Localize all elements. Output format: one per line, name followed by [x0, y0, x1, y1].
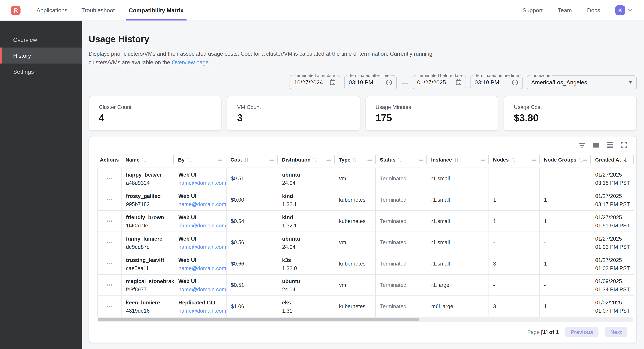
chevron-down-icon[interactable]	[627, 7, 633, 13]
instance-value: r1.large	[431, 282, 489, 288]
filter-icon[interactable]	[578, 141, 586, 149]
created-by-email-link[interactable]: name@domain.com	[178, 243, 226, 251]
type-value: kubernetes	[339, 261, 376, 267]
stat-value: $3.80	[514, 112, 626, 124]
column-menu-icon[interactable]	[367, 157, 372, 162]
status-cell: Terminated	[376, 189, 427, 210]
column-header-cost[interactable]: Cost	[226, 152, 278, 167]
type-cell: vm	[335, 275, 376, 295]
column-header-name[interactable]: Name	[121, 152, 174, 167]
cluster-id: fe3f8977	[126, 286, 174, 294]
tab-troubleshoot[interactable]: Troubleshoot	[74, 0, 122, 20]
column-separator[interactable]	[634, 155, 634, 164]
tab-compatibility-matrix[interactable]: Compatibility Matrix	[122, 0, 190, 20]
created-at-cell: 01/27/2025 03:18 PM PST	[591, 168, 634, 189]
columns-icon[interactable]	[592, 141, 600, 149]
terminated-after-date-field[interactable]: Terminated after date 10/27/2024	[290, 75, 340, 89]
clock-icon[interactable]	[512, 79, 518, 86]
row-actions-button[interactable]	[105, 219, 114, 223]
sidebar-item-settings[interactable]: Settings	[0, 63, 82, 79]
node-groups-cell: -	[540, 232, 591, 253]
terminated-after-time-field[interactable]: Terminated after time 03:19 PM	[344, 75, 397, 89]
scrollbar-thumb[interactable]	[98, 318, 419, 321]
column-menu-icon[interactable]	[326, 157, 331, 162]
column-menu-icon[interactable]	[531, 157, 536, 162]
row-actions-button[interactable]	[105, 176, 114, 181]
column-header-nodes[interactable]: Nodes	[489, 152, 540, 167]
timezone-select[interactable]: Timezone America/Los_Angeles	[527, 75, 637, 89]
created-by-source: Web UI	[178, 171, 226, 179]
by-cell: Web UI name@domain.com	[174, 253, 227, 274]
node-groups-value: -	[544, 239, 591, 246]
row-actions-button[interactable]	[105, 261, 114, 266]
column-header-instance[interactable]: Instance	[427, 152, 489, 167]
status-value: Terminated	[380, 218, 427, 224]
nav-link-docs[interactable]: Docs	[587, 7, 600, 13]
created-by-email-link[interactable]: name@domain.com	[178, 222, 226, 230]
column-header-by[interactable]: By	[174, 152, 226, 167]
sidebar-item-history[interactable]: History	[0, 47, 82, 63]
column-header-distribution[interactable]: Distribution	[278, 152, 335, 167]
by-cell: Web UI name@domain.com	[174, 211, 227, 232]
actions-cell	[98, 211, 122, 232]
clock-icon[interactable]	[386, 79, 392, 86]
row-actions-button[interactable]	[105, 304, 114, 309]
table-body: happy_beaver a48d9324 Web UI name@domain…	[97, 168, 634, 317]
instance-cell: r1.small	[427, 168, 489, 189]
distribution-version: 1.32.1	[282, 222, 334, 230]
column-header-type[interactable]: Type	[335, 152, 376, 167]
column-header-node-groups[interactable]: Node Groups	[540, 152, 591, 167]
column-menu-icon[interactable]	[418, 157, 423, 162]
user-avatar[interactable]: K	[615, 5, 625, 15]
density-icon[interactable]	[606, 141, 614, 149]
column-menu-icon[interactable]	[582, 157, 588, 162]
nodes-cell: 1	[489, 189, 540, 210]
calendar-icon[interactable]	[455, 79, 462, 85]
replicated-logo[interactable]: R	[11, 5, 20, 15]
created-at-cell: 01/27/2025 01:03 PM PST	[591, 253, 634, 274]
column-header-created-at[interactable]: Created At	[591, 152, 634, 167]
created-by-email-link[interactable]: name@domain.com	[178, 286, 226, 294]
created-at-cell: 01/27/2025 01:03 PM PST	[591, 232, 634, 253]
column-header-status[interactable]: Status	[376, 152, 427, 167]
sort-arrows-icon	[244, 157, 249, 162]
instance-value: r1.small	[431, 261, 489, 267]
previous-page-button[interactable]: Previous	[565, 327, 598, 337]
type-value: kubernetes	[339, 218, 376, 224]
status-cell: Terminated	[376, 168, 427, 189]
distribution-cell: ubuntu 24.04	[278, 168, 335, 189]
by-cell: Web UI name@domain.com	[174, 168, 227, 189]
nav-link-support[interactable]: Support	[522, 7, 543, 13]
distribution-version: 24.04	[282, 179, 334, 187]
column-menu-icon[interactable]	[269, 157, 274, 162]
next-page-button[interactable]: Next	[605, 327, 627, 337]
created-by-source: Web UI	[178, 213, 226, 221]
table-row: frosty_galileo 995b7182 Web UI name@doma…	[98, 189, 634, 211]
status-value: Terminated	[380, 239, 427, 246]
overview-page-link[interactable]: Overview page	[172, 59, 209, 65]
column-menu-icon[interactable]	[218, 157, 223, 162]
instance-value: r1.small	[431, 197, 489, 203]
row-actions-button[interactable]	[105, 283, 114, 287]
terminated-before-time-field[interactable]: Terminated before time 03:19 PM	[470, 75, 522, 89]
created-by-email-link[interactable]: name@domain.com	[178, 200, 226, 208]
description-suffix: .	[209, 59, 210, 65]
column-menu-icon[interactable]	[480, 157, 485, 162]
fullscreen-icon[interactable]	[620, 142, 627, 149]
calendar-icon[interactable]	[329, 79, 336, 85]
row-actions-button[interactable]	[105, 240, 114, 245]
created-by-email-link[interactable]: name@domain.com	[178, 264, 226, 272]
row-actions-button[interactable]	[105, 198, 114, 202]
actions-cell	[98, 275, 122, 295]
cost-value: $0.56	[231, 239, 278, 246]
by-cell: Web UI name@domain.com	[174, 189, 227, 210]
sidebar-item-overview[interactable]: Overview	[0, 31, 82, 48]
instance-cell: m6i.large	[427, 296, 489, 317]
distribution-version: 1.32.0	[282, 264, 334, 272]
nav-link-team[interactable]: Team	[558, 7, 572, 13]
terminated-before-date-field[interactable]: Terminated before date 01/27/2025	[412, 75, 466, 89]
tab-applications[interactable]: Applications	[30, 0, 74, 20]
distribution-version: 24.04	[282, 243, 334, 251]
created-by-email-link[interactable]: name@domain.com	[178, 307, 226, 315]
created-by-email-link[interactable]: name@domain.com	[178, 179, 226, 187]
